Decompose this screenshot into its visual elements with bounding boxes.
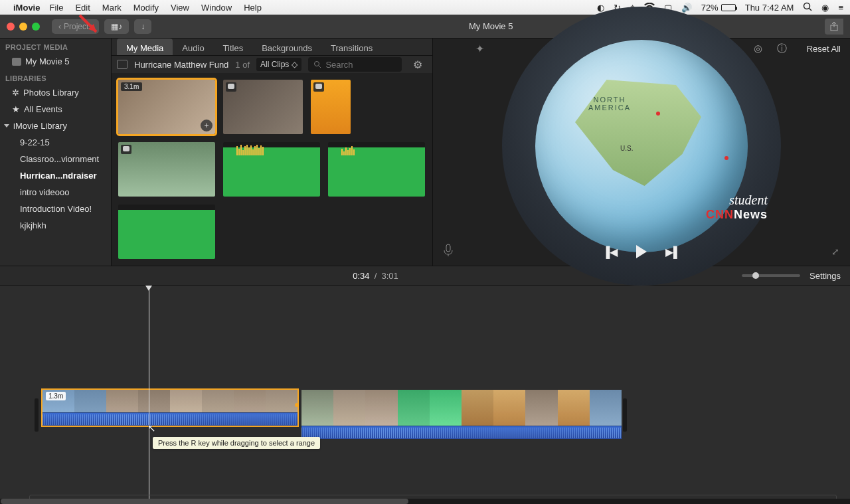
zoom-slider[interactable] [742, 274, 800, 277]
search-input[interactable]: Search [308, 57, 402, 72]
media-clip-1[interactable] [223, 80, 303, 134]
window-controls [7, 23, 40, 31]
video-preview[interactable]: NORTH AMERICA U.S. student CNNNews [433, 58, 850, 238]
add-clip-button[interactable]: + [201, 120, 212, 131]
browser-count: 1 of [235, 60, 250, 70]
timeline-clip-1[interactable] [301, 390, 622, 439]
tab-audio[interactable]: Audio [173, 39, 213, 55]
macos-menubar: iMovie File Edit Mark Modify View Window… [0, 0, 850, 15]
prev-button[interactable]: ▐◀ [602, 246, 618, 258]
menu-help[interactable]: Help [244, 3, 262, 13]
dnd-icon[interactable]: ◐ [597, 3, 604, 13]
sidebar-event-2[interactable]: Hurrican...ndraiser [0, 167, 111, 184]
playhead[interactable] [149, 286, 149, 504]
import-button[interactable]: ↓ [134, 19, 151, 34]
menu-edit[interactable]: Edit [75, 3, 90, 13]
total-duration: 3:01 [382, 271, 398, 281]
enhance-icon[interactable]: ✦ [475, 42, 484, 55]
clip-handle-right[interactable] [623, 398, 627, 432]
svg-rect-8 [446, 244, 450, 252]
sidebar-project[interactable]: My Movie 5 [0, 53, 111, 70]
minimize-button[interactable] [19, 23, 27, 31]
star-icon: ★ [12, 104, 20, 114]
sidebar-photos-library[interactable]: ✲Photos Library [0, 84, 111, 101]
clip-filter-dropdown[interactable]: All Clips◇ [256, 58, 301, 71]
close-button[interactable] [7, 23, 15, 31]
window-title: My Movie 5 [157, 21, 825, 31]
tab-titles[interactable]: Titles [214, 39, 253, 55]
clock[interactable]: Thu 7:42 AM [745, 3, 794, 13]
voiceover-icon[interactable] [444, 244, 453, 260]
media-audio-1[interactable] [328, 142, 425, 197]
sidebar-all-events[interactable]: ★All Events [0, 101, 111, 118]
browser-settings-icon[interactable]: ⚙ [408, 58, 427, 71]
tab-my-media[interactable]: My Media [117, 39, 173, 55]
app-name[interactable]: iMovie [13, 3, 40, 13]
viewer-panel: ✦ ◐ ❋ �οσ ▣ 🔊 ♪♪ ◷ ◎ ⓘ Reset All NORTH A… [433, 39, 850, 266]
menu-modify[interactable]: Modify [133, 3, 159, 13]
battery-percent: 72% [701, 3, 719, 13]
menu-window[interactable]: Window [201, 3, 232, 13]
camera-icon [226, 82, 236, 92]
north-america-label: NORTH AMERICA [588, 96, 631, 112]
info-icon[interactable]: ⓘ [776, 42, 788, 55]
sidebar-event-3[interactable]: intro videooo [0, 184, 111, 201]
range-select-tooltip: Press the R key while dragging to select… [153, 437, 320, 449]
library-list-toggle[interactable]: ▦♪ [104, 19, 129, 34]
clip-handle-left[interactable] [35, 398, 39, 432]
photos-icon: ✲ [12, 88, 19, 98]
search-icon [313, 60, 321, 68]
sidebar-event-0[interactable]: 9-22-15 [0, 134, 111, 151]
timeline[interactable]: 1.3m ↖ Press the R key while dragging to… [0, 286, 850, 504]
media-audio-0[interactable] [223, 142, 320, 197]
timeline-scrollbar[interactable] [0, 499, 850, 504]
notification-center-icon[interactable]: ≡ [838, 3, 843, 13]
tab-backgrounds[interactable]: Backgrounds [252, 39, 321, 55]
media-clip-2[interactable] [311, 80, 351, 134]
sidebar-event-5[interactable]: kjkjhkh [0, 217, 111, 234]
search-placeholder: Search [325, 60, 353, 70]
svg-line-1 [809, 8, 812, 11]
menu-mark[interactable]: Mark [102, 3, 122, 13]
svg-point-0 [804, 3, 810, 9]
cnn-watermark: student CNNNews [706, 193, 768, 222]
siri-icon[interactable]: ◉ [821, 3, 829, 13]
sidebar-imovie-library[interactable]: iMovie Library [0, 118, 111, 134]
clip-duration-badge: 3.1m [121, 82, 142, 91]
tab-transitions[interactable]: Transitions [321, 39, 382, 55]
spotlight-icon[interactable] [803, 2, 812, 13]
fullscreen-button[interactable] [32, 23, 40, 31]
reset-all-button[interactable]: Reset All [807, 44, 841, 54]
fullscreen-icon[interactable]: ⤢ [831, 246, 839, 257]
next-button[interactable]: ▶▌ [665, 246, 681, 258]
battery-status[interactable]: 72% [701, 3, 736, 13]
filmstrip-toggle-icon[interactable] [117, 60, 128, 69]
browser-project-name[interactable]: Hurricane Matthew Fund [134, 60, 228, 70]
media-audio-2[interactable] [118, 205, 215, 259]
sidebar: PROJECT MEDIA My Movie 5 LIBRARIES ✲Phot… [0, 39, 112, 266]
browser-bar: Hurricane Matthew Fund 1 of All Clips◇ S… [112, 55, 432, 73]
sidebar-event-1[interactable]: Classroo...viornment [0, 151, 111, 167]
timeline-settings-button[interactable]: Settings [809, 271, 841, 281]
timeline-header: 0:34 / 3:01 Settings [0, 266, 850, 286]
thumbnail-grid: 3.1m + [112, 73, 432, 266]
menu-view[interactable]: View [171, 3, 189, 13]
libraries-header: LIBRARIES [0, 70, 111, 84]
timeline-clip-0[interactable]: 1.3m [42, 390, 298, 426]
svg-line-7 [319, 66, 321, 68]
us-label: U.S. [620, 145, 633, 152]
browser-tabs: My Media Audio Titles Backgrounds Transi… [112, 39, 432, 55]
timeline-clips: 1.3m [42, 390, 622, 440]
project-media-header: PROJECT MEDIA [0, 39, 111, 53]
camera-icon [313, 82, 324, 92]
share-button[interactable] [825, 19, 843, 35]
sidebar-event-4[interactable]: Introduction Video! [0, 201, 111, 217]
back-projects-button[interactable]: ‹Projects [52, 19, 99, 34]
media-clip-0[interactable]: 3.1m + [118, 80, 215, 134]
volume-icon[interactable]: 🔊 [681, 3, 692, 13]
play-button[interactable] [636, 245, 647, 258]
clip-filter-icon[interactable]: ◎ [752, 42, 764, 54]
menu-file[interactable]: File [49, 3, 63, 13]
playback-controls: ▐◀ ▶▌ ⤢ [433, 238, 850, 266]
media-clip-3[interactable] [118, 142, 215, 197]
